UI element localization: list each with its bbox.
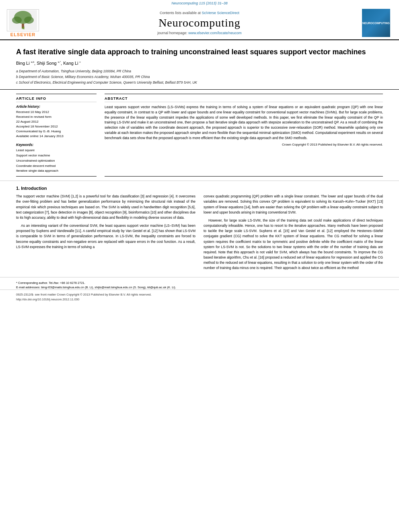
contents-line: Contents lists available at SciVerse Sci…	[44, 11, 355, 15]
info-abstract-section: ARTICLE INFO Article history: Received 1…	[0, 90, 399, 181]
journal-cover-thumbnail: NEUROCOMPUTING	[362, 9, 390, 37]
keyword-5: Iterative single data approach	[16, 168, 97, 174]
sciverse-link[interactable]: SciVerse ScienceDirect	[202, 11, 240, 15]
article-main-title: A fast iterative single data approach to…	[16, 47, 383, 57]
keyword-4: Coordinate descent method	[16, 164, 97, 169]
body-right-column: convex quadratic programming (QP) proble…	[204, 194, 383, 273]
elsevier-text: ELSEVIER	[10, 32, 35, 37]
keyword-3: Unconstrained optimization	[16, 158, 97, 164]
journal-center: Contents lists available at SciVerse Sci…	[44, 11, 355, 35]
history-accepted: Accepted 18 November 2012	[16, 124, 97, 129]
copyright-issn: 0925-2312/$- see front matter Crown Copy…	[16, 292, 383, 297]
article-info-column: ARTICLE INFO Article history: Received 1…	[16, 94, 97, 177]
affiliation-b: b Department of Basic Science, Military …	[16, 74, 383, 80]
footnote-corresponding: * Corresponding author. Tel./fax: +86 10…	[16, 281, 383, 285]
authors: Bing Li a,b, Shiji Song a,*, Kang Li c	[16, 61, 383, 66]
svg-point-3	[24, 16, 34, 24]
bottom-copyright: 0925-2312/$- see front matter Crown Copy…	[0, 290, 399, 304]
abstract-copyright: Crown Copyright © 2013 Published by Else…	[105, 143, 383, 146]
copyright-doi: http://dx.doi.org/10.1016/j.neucom.2012.…	[16, 297, 383, 302]
svg-text:🌿: 🌿	[22, 27, 25, 30]
body-two-columns: The support vector machine (SVM) [1,2] i…	[16, 194, 383, 273]
history-communicated: Communicated by G.-B. Huang	[16, 129, 97, 134]
keyword-2: Support vector machine	[16, 153, 97, 158]
body-section: 1. Introduction The support vector machi…	[0, 181, 399, 273]
svg-point-2	[12, 16, 22, 24]
homepage-link[interactable]: www.elsevier.com/locate/neucom	[188, 31, 242, 35]
abstract-column: ABSTRACT Least squares support vector ma…	[105, 94, 383, 177]
history-online: Available online 14 January 2013	[16, 134, 97, 139]
body-para-1: The support vector machine (SVM) [1,2] i…	[16, 194, 195, 220]
footnote-emails: E-mail addresses: bing-l03@mails.tsinghu…	[16, 285, 383, 290]
abstract-heading: ABSTRACT	[105, 97, 383, 102]
journal-header: 🌿 ELSEVIER Contents lists available at S…	[0, 6, 399, 40]
article-info-heading: ARTICLE INFO	[16, 97, 97, 102]
body-para-3: convex quadratic programming (QP) proble…	[204, 194, 383, 215]
elsevier-logo-box: 🌿	[7, 9, 39, 31]
top-banner: Neurocomputing 115 (2013) 31–38	[0, 0, 399, 6]
elsevier-logo: 🌿 ELSEVIER	[5, 9, 41, 37]
journal-title: Neurocomputing	[44, 16, 355, 29]
banner-text: Neurocomputing 115 (2013) 31–38	[171, 1, 228, 5]
history-revised: Received in revised form	[16, 115, 97, 119]
article-title-section: A fast iterative single data approach to…	[0, 40, 399, 90]
abstract-text: Least squares support vector machines (L…	[105, 105, 383, 140]
section-1-heading: 1. Introduction	[16, 186, 383, 191]
footnote-section: * Corresponding author. Tel./fax: +86 10…	[0, 277, 399, 290]
journal-right-logo: NEUROCOMPUTING	[358, 9, 394, 37]
keywords-label: Keywords:	[16, 143, 97, 147]
body-para-2: As an interesting variant of the convent…	[16, 223, 195, 250]
body-left-column: The support vector machine (SVM) [1,2] i…	[16, 194, 195, 273]
keyword-1: Least square	[16, 148, 97, 153]
history-revised-date: 22 August 2012	[16, 119, 97, 124]
body-para-4: However, for large scale LS-SVM, the siz…	[204, 218, 383, 271]
affiliation-c: c School of Electronics, Electrical Engi…	[16, 80, 383, 86]
journal-homepage: journal homepage: www.elsevier.com/locat…	[44, 31, 355, 35]
keywords-block: Keywords: Least square Support vector ma…	[16, 143, 97, 174]
article-history-label: Article history:	[16, 105, 97, 109]
history-received: Received 10 May 2012	[16, 110, 97, 115]
author-affiliations: a Department of Automation, Tsinghua Uni…	[16, 69, 383, 85]
affiliation-a: a Department of Automation, Tsinghua Uni…	[16, 69, 383, 74]
elsevier-tree-icon: 🌿	[9, 10, 37, 30]
